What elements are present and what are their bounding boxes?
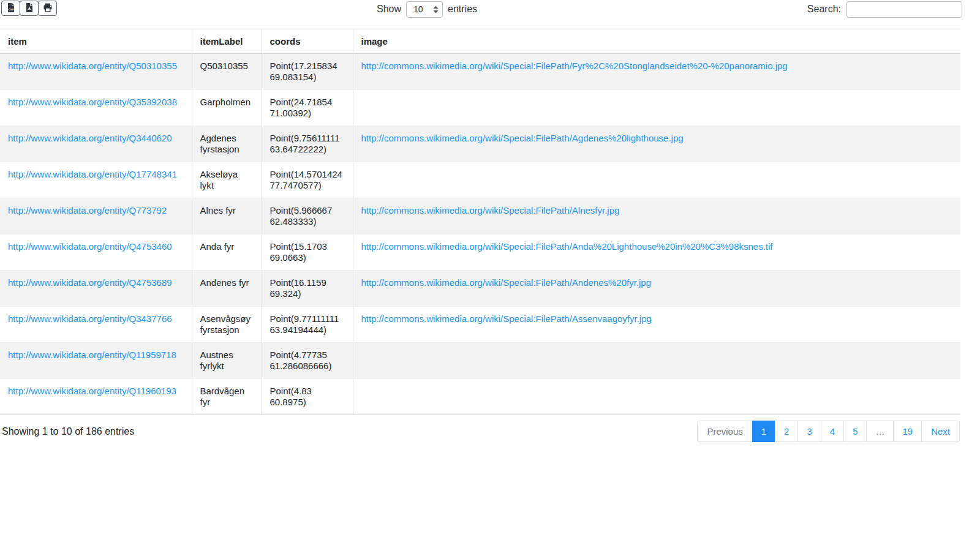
show-label: Show: [377, 4, 401, 15]
table-header-row: item itemLabel coords image: [0, 29, 960, 54]
item-link[interactable]: http://www.wikidata.org/entity/Q50310355: [8, 61, 177, 71]
pagination-page-3-item: 3: [797, 421, 821, 442]
table-body: http://www.wikidata.org/entity/Q50310355…: [0, 54, 960, 415]
item-cell: http://www.wikidata.org/entity/Q3437766: [0, 307, 192, 343]
table-toolbar: csv: [0, 1, 980, 20]
item-link[interactable]: http://www.wikidata.org/entity/Q11959718: [8, 350, 176, 360]
image-link[interactable]: http://commons.wikimedia.org/wiki/Specia…: [361, 241, 773, 252]
table-info: Showing 1 to 10 of 186 entries: [2, 426, 134, 437]
export-button-group: csv: [1, 1, 57, 16]
image-link[interactable]: http://commons.wikimedia.org/wiki/Specia…: [361, 277, 652, 288]
coords-cell: Point(4.77735 61.286086666): [262, 343, 353, 379]
pagination-page-5[interactable]: 5: [843, 421, 867, 442]
image-cell: http://commons.wikimedia.org/wiki/Specia…: [353, 234, 960, 271]
image-link[interactable]: http://commons.wikimedia.org/wiki/Specia…: [361, 313, 652, 324]
pagination-page-2-item: 2: [775, 421, 798, 442]
image-cell: [353, 90, 960, 126]
image-cell: http://commons.wikimedia.org/wiki/Specia…: [353, 54, 960, 90]
item-link[interactable]: http://www.wikidata.org/entity/Q3437766: [8, 313, 172, 324]
pagination-page-4[interactable]: 4: [821, 421, 844, 442]
csv-file-icon: csv: [6, 2, 16, 15]
table-row: http://www.wikidata.org/entity/Q17748341…: [0, 162, 960, 198]
item-link[interactable]: http://www.wikidata.org/entity/Q773792: [8, 205, 167, 216]
item-cell: http://www.wikidata.org/entity/Q50310355: [0, 54, 192, 90]
image-cell: [353, 343, 960, 379]
item-cell: http://www.wikidata.org/entity/Q4753689: [0, 271, 192, 307]
datatable-wrapper: csv: [0, 0, 980, 442]
item-label-cell: Alnes fyr: [192, 198, 262, 234]
pagination-ellipsis-item: …: [866, 421, 894, 442]
item-link[interactable]: http://www.wikidata.org/entity/Q11960193: [8, 386, 176, 396]
image-cell: http://commons.wikimedia.org/wiki/Specia…: [353, 126, 960, 162]
item-link[interactable]: http://www.wikidata.org/entity/Q35392038: [8, 97, 177, 107]
pagination-page-19-item: 19: [893, 421, 922, 442]
pagination-page-1[interactable]: 1: [752, 421, 775, 442]
table-row: http://www.wikidata.org/entity/Q11960193…: [0, 379, 960, 415]
item-cell: http://www.wikidata.org/entity/Q773792: [0, 198, 192, 234]
image-cell: [353, 379, 960, 415]
pagination-ellipsis: …: [866, 421, 894, 442]
pdf-export-button[interactable]: [20, 1, 39, 16]
item-cell: http://www.wikidata.org/entity/Q35392038: [0, 90, 192, 126]
item-cell: http://www.wikidata.org/entity/Q4753460: [0, 234, 192, 271]
table-row: http://www.wikidata.org/entity/Q4753460A…: [0, 234, 960, 271]
coords-cell: Point(15.1703 69.0663): [262, 234, 353, 271]
table-row: http://www.wikidata.org/entity/Q35392038…: [0, 90, 960, 126]
pagination-next[interactable]: Next: [921, 421, 960, 442]
pagination-previous-item: Previous: [697, 421, 752, 442]
print-button[interactable]: [38, 1, 57, 16]
pagination-page-3[interactable]: 3: [797, 421, 821, 442]
item-cell: http://www.wikidata.org/entity/Q3440620: [0, 126, 192, 162]
table-row: http://www.wikidata.org/entity/Q11959718…: [0, 343, 960, 379]
column-header-item[interactable]: item: [0, 29, 192, 54]
coords-cell: Point(9.77111111 63.94194444): [262, 307, 353, 343]
item-cell: http://www.wikidata.org/entity/Q17748341: [0, 162, 192, 198]
item-label-cell: Andenes fyr: [192, 271, 262, 307]
coords-cell: Point(5.966667 62.483333): [262, 198, 353, 234]
pagination-page-19[interactable]: 19: [893, 421, 922, 442]
pagination-next-item: Next: [921, 421, 960, 442]
item-link[interactable]: http://www.wikidata.org/entity/Q4753460: [8, 241, 172, 252]
item-label-cell: Anda fyr: [192, 234, 262, 271]
column-header-coords[interactable]: coords: [262, 29, 353, 54]
search-label: Search:: [807, 4, 841, 15]
item-label-cell: Akseløya lykt: [192, 162, 262, 198]
image-link[interactable]: http://commons.wikimedia.org/wiki/Specia…: [361, 133, 684, 143]
search-control: Search:: [807, 1, 962, 18]
item-link[interactable]: http://www.wikidata.org/entity/Q3440620: [8, 133, 172, 143]
coords-cell: Point(16.1159 69.324): [262, 271, 353, 307]
pagination-page-2[interactable]: 2: [775, 421, 798, 442]
item-cell: http://www.wikidata.org/entity/Q11959718: [0, 343, 192, 379]
column-header-image[interactable]: image: [353, 29, 960, 54]
coords-cell: Point(14.5701424 77.7470577): [262, 162, 353, 198]
image-cell: http://commons.wikimedia.org/wiki/Specia…: [353, 307, 960, 343]
item-link[interactable]: http://www.wikidata.org/entity/Q4753689: [8, 277, 172, 288]
coords-cell: Point(17.215834 69.083154): [262, 54, 353, 90]
column-header-itemlabel[interactable]: itemLabel: [192, 29, 262, 54]
svg-text:csv: csv: [8, 7, 13, 11]
item-label-cell: Agdenes fyrstasjon: [192, 126, 262, 162]
table-row: http://www.wikidata.org/entity/Q3440620A…: [0, 126, 960, 162]
pagination-previous[interactable]: Previous: [697, 421, 752, 442]
page-length-control: Show 10 entries: [377, 1, 477, 18]
entries-label: entries: [448, 4, 477, 15]
image-cell: http://commons.wikimedia.org/wiki/Specia…: [353, 271, 960, 307]
pagination-page-4-item: 4: [821, 421, 844, 442]
item-cell: http://www.wikidata.org/entity/Q11960193: [0, 379, 192, 415]
image-link[interactable]: http://commons.wikimedia.org/wiki/Specia…: [361, 205, 620, 216]
image-link[interactable]: http://commons.wikimedia.org/wiki/Specia…: [361, 61, 788, 71]
page-length-value: 10: [413, 4, 423, 14]
item-link[interactable]: http://www.wikidata.org/entity/Q17748341: [8, 169, 177, 179]
pagination: Previous12345…19Next: [697, 421, 960, 442]
coords-cell: Point(4.83 60.8975): [262, 379, 353, 415]
table-row: http://www.wikidata.org/entity/Q3437766A…: [0, 307, 960, 343]
csv-export-button[interactable]: csv: [1, 1, 20, 16]
page-length-select[interactable]: 10: [406, 1, 443, 18]
results-table: item itemLabel coords image http://www.w…: [0, 29, 960, 415]
image-cell: [353, 162, 960, 198]
item-label-cell: Q50310355: [192, 54, 262, 90]
pagination-page-5-item: 5: [843, 421, 867, 442]
select-arrows-icon: [433, 6, 439, 13]
table-row: http://www.wikidata.org/entity/Q773792Al…: [0, 198, 960, 234]
search-input[interactable]: [846, 1, 962, 18]
